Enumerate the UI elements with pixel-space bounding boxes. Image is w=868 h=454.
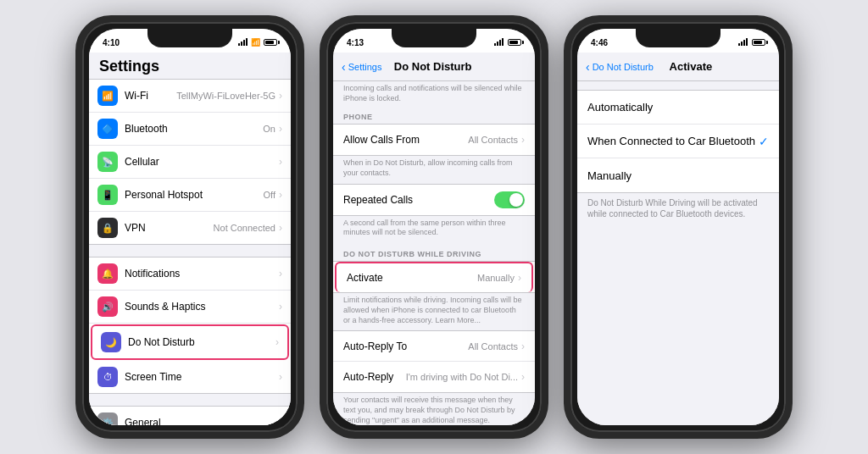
hotspot-icon: 📱 <box>97 185 118 205</box>
settings-item-notifications[interactable]: 🔔 Notifications › <box>89 257 291 291</box>
notifications-icon: 🔔 <box>97 263 118 284</box>
activate-screen: Automatically When Connected to Car Blue… <box>577 81 779 425</box>
car-bluetooth-label: When Connected to Car Bluetooth <box>587 135 759 147</box>
dnd-screen: Incoming calls and notifications will be… <box>333 81 535 425</box>
activate-option-car-bluetooth[interactable]: When Connected to Car Bluetooth ✓ <box>577 125 779 158</box>
dnd-back-label: Settings <box>348 62 382 72</box>
dnd-label: Do Not Disturb <box>128 336 275 348</box>
general-icon: ⚙️ <box>97 412 118 425</box>
sounds-chevron: › <box>279 301 282 313</box>
settings-item-bluetooth[interactable]: 🔷 Bluetooth On › <box>89 113 291 146</box>
activate-list: Activate Manually › <box>333 261 535 293</box>
repeated-calls-desc: A second call from the same person withi… <box>333 216 535 243</box>
svg-rect-9 <box>741 42 743 46</box>
automatically-label: Automatically <box>587 101 769 114</box>
phone-2-screen: 4:13 <box>333 29 535 425</box>
signal-icon-3 <box>738 38 748 47</box>
vpn-label: VPN <box>125 222 214 234</box>
battery-icon-2 <box>508 39 521 46</box>
auto-reply-to-label: Auto-Reply To <box>343 340 468 352</box>
settings-item-vpn[interactable]: 🔒 VPN Not Connected › <box>89 212 291 244</box>
auto-reply-desc: Your contacts will receive this message … <box>333 393 535 425</box>
svg-rect-6 <box>499 40 501 46</box>
svg-rect-10 <box>743 40 745 46</box>
time-3: 4:46 <box>591 38 608 47</box>
hotspot-label: Personal Hotspot <box>125 189 264 201</box>
activate-label: Activate <box>347 272 477 284</box>
wifi-value: TellMyWi-FiLoveHer-5G <box>176 91 275 101</box>
phone-1: 4:10 📶 <box>75 15 304 439</box>
phones-container: 4:10 📶 <box>62 2 806 452</box>
wifi-icon-1: 📶 <box>251 38 260 47</box>
screentime-icon: ⏱ <box>97 367 118 387</box>
repeated-calls-list: Repeated Calls <box>333 184 535 216</box>
status-icons-2 <box>494 38 521 47</box>
phone-3-screen: 4:46 <box>577 29 779 425</box>
dnd-driving-section-header: DO NOT DISTURB WHILE DRIVING <box>333 243 535 261</box>
auto-reply-label: Auto-Reply <box>343 371 406 383</box>
vpn-chevron: › <box>279 222 282 234</box>
repeated-calls-toggle[interactable] <box>494 191 525 208</box>
allow-calls-value: All Contacts <box>468 135 518 145</box>
vpn-icon: 🔒 <box>97 218 118 238</box>
bluetooth-label: Bluetooth <box>125 123 263 135</box>
svg-rect-1 <box>241 42 242 46</box>
dnd-icon: 🌙 <box>101 332 121 352</box>
hotspot-chevron: › <box>279 189 282 201</box>
settings-item-wifi[interactable]: 📶 Wi-Fi TellMyWi-FiLoveHer-5G › <box>89 80 291 113</box>
settings-item-sounds[interactable]: 🔊 Sounds & Haptics › <box>89 291 291 324</box>
hotspot-value: Off <box>264 190 275 200</box>
svg-rect-8 <box>738 43 740 46</box>
dnd-chevron: › <box>275 336 279 348</box>
cellular-chevron: › <box>279 156 282 168</box>
battery-icon-3 <box>752 39 765 46</box>
activate-title: Activate <box>654 60 728 73</box>
activate-option-automatically[interactable]: Automatically <box>577 91 779 125</box>
wifi-label: Wi-Fi <box>125 90 176 102</box>
status-icons-1: 📶 <box>238 38 277 47</box>
repeated-calls-item[interactable]: Repeated Calls <box>333 185 535 215</box>
phone-section-header: PHONE <box>333 106 535 124</box>
allow-calls-desc: When in Do Not Disturb, allow incoming c… <box>333 156 535 183</box>
auto-reply-to-item[interactable]: Auto-Reply To All Contacts › <box>333 331 535 362</box>
sounds-icon: 🔊 <box>97 296 118 317</box>
section-gap-1 <box>89 245 291 257</box>
phone-2-frame: 4:13 <box>320 15 548 439</box>
auto-reply-to-chevron: › <box>521 340 525 352</box>
settings-item-dnd[interactable]: 🌙 Do Not Disturb › <box>91 324 289 360</box>
phone-3-frame: 4:46 <box>564 15 793 439</box>
repeated-calls-label: Repeated Calls <box>343 194 494 206</box>
auto-reply-to-value: All Contacts <box>468 341 518 352</box>
activate-footer-text: Do Not Disturb While Driving will be act… <box>577 193 779 224</box>
allow-calls-item[interactable]: Allow Calls From All Contacts › <box>333 125 535 155</box>
sounds-label: Sounds & Haptics <box>125 301 279 313</box>
activate-gap <box>577 81 779 90</box>
cellular-label: Cellular <box>125 156 279 168</box>
allow-calls-chevron: › <box>521 134 525 146</box>
activate-nav-bar: ‹ Do Not Disturb Activate <box>577 53 779 81</box>
manually-label: Manually <box>587 169 769 182</box>
activate-back-button[interactable]: ‹ Do Not Disturb <box>586 60 654 74</box>
dnd-back-button[interactable]: ‹ Settings <box>342 60 381 74</box>
settings-group-1: 📶 Wi-Fi TellMyWi-FiLoveHer-5G › 🔷 Blueto… <box>89 79 291 245</box>
activate-option-manually[interactable]: Manually <box>577 158 779 192</box>
activate-options-list: Automatically When Connected to Car Blue… <box>577 90 779 193</box>
activate-desc: Limit notifications while driving. Incom… <box>333 293 535 330</box>
activate-item[interactable]: Activate Manually › <box>335 262 533 292</box>
activate-chevron: › <box>518 272 521 284</box>
auto-reply-item[interactable]: Auto-Reply I'm driving with Do Not Di...… <box>333 362 535 392</box>
settings-item-general[interactable]: ⚙️ General › <box>89 407 291 425</box>
car-bluetooth-checkmark: ✓ <box>759 135 769 148</box>
screentime-chevron: › <box>279 371 282 383</box>
settings-group-2: 🔔 Notifications › 🔊 Sounds & Haptics › 🌙… <box>89 257 291 394</box>
notifications-label: Notifications <box>125 268 279 280</box>
settings-item-cellular[interactable]: 📡 Cellular › <box>89 146 291 179</box>
allow-calls-label: Allow Calls From <box>343 134 468 146</box>
svg-rect-11 <box>746 38 748 46</box>
svg-rect-5 <box>497 42 498 46</box>
settings-item-hotspot[interactable]: 📱 Personal Hotspot Off › <box>89 179 291 212</box>
settings-item-screentime[interactable]: ⏱ Screen Time › <box>89 361 291 393</box>
signal-icon-1 <box>238 38 248 47</box>
status-icons-3 <box>738 38 765 47</box>
dnd-top-text: Incoming calls and notifications will be… <box>333 81 535 106</box>
